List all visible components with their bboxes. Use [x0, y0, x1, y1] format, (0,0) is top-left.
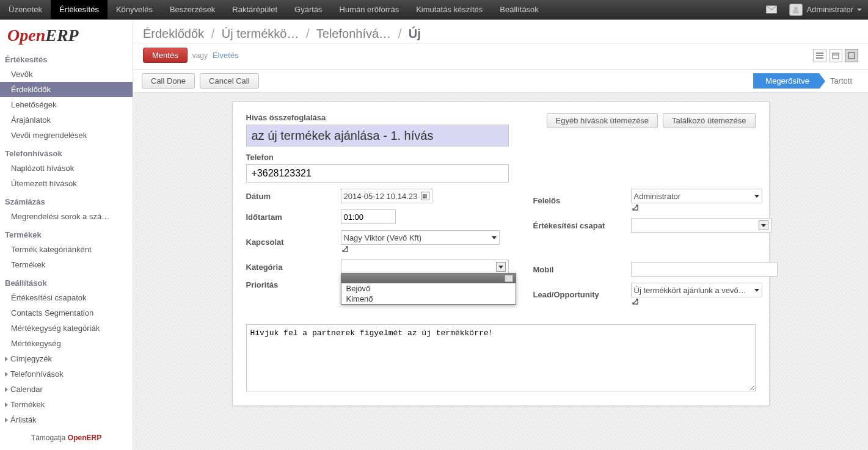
date-input[interactable]: 2014-05-12 10.14.23 ▦: [341, 189, 432, 203]
breadcrumb-bar: Érdeklődők / Új termékkö… / Telefonhívá……: [133, 20, 868, 44]
chevron-down-icon: [857, 9, 862, 11]
crumb-calls[interactable]: Telefonhívá…: [316, 27, 391, 40]
sidebar-section-sales: Értékesítés: [0, 49, 133, 67]
lead-select[interactable]: Új termékkört ajánlunk a vevőknek: [631, 283, 762, 297]
sidebar-item-opportunities[interactable]: Lehetőségek: [0, 97, 133, 112]
sidebar: OpenERP Értékesítés Vevők Érdeklődők Leh…: [0, 20, 133, 450]
sidebar-item-orders[interactable]: Vevői megrendelések: [0, 128, 133, 143]
priority-label: Prioritás: [246, 280, 341, 289]
sidebar-item-segmentation[interactable]: Contacts Segmentation: [0, 305, 133, 321]
nav-item-reporting[interactable]: Kimutatás készítés: [407, 0, 491, 19]
category-option-outgoing[interactable]: Kimenő: [341, 294, 516, 304]
calendar-icon[interactable]: ▦: [421, 192, 429, 200]
sidebar-item-customers[interactable]: Vevők: [0, 67, 133, 82]
category-option-incoming[interactable]: Bejövő: [341, 283, 516, 294]
list-view-button[interactable]: [813, 49, 826, 62]
sidebar-item-scheduled-calls[interactable]: Ütemezett hívások: [0, 176, 133, 191]
sidebar-item-uom-cat[interactable]: Mértékegység kategóriák: [0, 321, 133, 336]
crumb-leads[interactable]: Érdeklődők: [143, 27, 204, 40]
nav-item-messages[interactable]: Üzenetek: [0, 0, 51, 19]
user-name: Administrator: [806, 5, 853, 14]
category-label: Kategória: [246, 263, 341, 272]
external-link-icon[interactable]: [631, 203, 778, 212]
chevron-down-icon: [761, 224, 766, 227]
nav-item-settings[interactable]: Beállítások: [491, 0, 547, 19]
chevron-down-icon: [754, 289, 759, 292]
date-label: Dátum: [246, 192, 341, 201]
sidebar-item-address-book[interactable]: Címjegyzék: [0, 351, 133, 366]
responsible-label: Felelős: [533, 196, 631, 205]
sidebar-section-config: Beállítások: [0, 272, 133, 290]
discard-link[interactable]: Elvetés: [213, 51, 239, 60]
chevron-right-icon: [5, 402, 8, 407]
duration-label: Időtartam: [246, 212, 341, 222]
nav-item-warehouse[interactable]: Raktárépület: [224, 0, 286, 19]
sidebar-section-calls: Telefonhívások: [0, 143, 133, 161]
sidebar-item-salesteams[interactable]: Értékesítési csapatok: [0, 290, 133, 305]
sidebar-item-products[interactable]: Termékek: [0, 257, 133, 272]
schedule-meeting-button[interactable]: Találkozó ütemezése: [663, 113, 755, 128]
crumb-current: Új: [409, 27, 421, 40]
nav-item-purchasing[interactable]: Beszerzések: [161, 0, 224, 19]
summary-input[interactable]: [246, 125, 509, 147]
content-area: Érdeklődők / Új termékkö… / Telefonhívá……: [133, 20, 868, 450]
chevron-right-icon: [5, 418, 8, 423]
contact-select[interactable]: Nagy Viktor (Vevő Kft): [341, 230, 500, 245]
nav-item-manufacturing[interactable]: Gyártás: [286, 0, 331, 19]
nav-item-sales[interactable]: Értékesítés: [51, 0, 108, 19]
sidebar-section-invoicing: Számlázás: [0, 191, 133, 209]
nav-item-hr[interactable]: Humán erőforrás: [331, 0, 408, 19]
category-select[interactable]: [341, 259, 509, 274]
svg-point-1: [794, 7, 798, 10]
chevron-down-icon: [754, 195, 759, 198]
contact-label: Kapcsolat: [246, 238, 341, 247]
crumb-product[interactable]: Új termékkö…: [222, 27, 299, 40]
sidebar-item-products-by-cat[interactable]: Termék kategóriánként: [0, 242, 133, 257]
notes-textarea[interactable]: [246, 324, 756, 391]
sidebar-item-phonecalls[interactable]: Telefonhívások: [0, 366, 133, 382]
sidebar-item-leads[interactable]: Érdeklődők: [0, 82, 133, 97]
logo: OpenERP: [0, 20, 133, 49]
sidebar-section-products: Termékek: [0, 224, 133, 242]
call-done-button[interactable]: Call Done: [142, 73, 195, 89]
phone-label: Telefon: [246, 153, 756, 162]
external-link-icon[interactable]: [341, 245, 509, 253]
responsible-select[interactable]: Administrator: [631, 189, 762, 203]
sidebar-item-calendar[interactable]: Calendar: [0, 382, 133, 397]
mobile-label: Mobil: [533, 265, 631, 274]
user-menu[interactable]: Administrator: [783, 0, 868, 19]
duration-input[interactable]: [341, 209, 396, 224]
form-sheet: Egyéb hívások ütemezése Találkozó ütemez…: [232, 101, 770, 406]
sidebar-item-quotes[interactable]: Árajánlatok: [0, 112, 133, 128]
svg-rect-3: [833, 53, 839, 59]
svg-rect-4: [848, 53, 855, 59]
chevron-right-icon: [5, 372, 8, 377]
svg-rect-2: [793, 10, 799, 13]
or-text: vagy: [192, 51, 208, 60]
save-button[interactable]: Mentés: [143, 48, 188, 63]
schedule-other-calls-button[interactable]: Egyéb hívások ütemezése: [547, 113, 658, 128]
chevron-down-icon: [492, 236, 497, 239]
chevron-right-icon: [5, 357, 8, 361]
category-dropdown: Bejövő Kimenő: [341, 273, 516, 305]
sidebar-item-logged-calls[interactable]: Naplózott hívások: [0, 161, 133, 176]
sidebar-item-pricelists[interactable]: Árlisták: [0, 412, 133, 427]
external-link-icon[interactable]: [631, 297, 778, 306]
view-switcher: [813, 49, 858, 62]
calendar-view-button[interactable]: [829, 49, 842, 62]
sidebar-item-uom[interactable]: Mértékegység: [0, 336, 133, 351]
dropdown-toggle-icon[interactable]: [505, 275, 513, 282]
action-bar: Mentés vagy Elvetés: [133, 44, 868, 70]
mail-icon[interactable]: [760, 0, 783, 19]
phone-input[interactable]: [246, 164, 509, 183]
lead-label: Lead/Opportunity: [533, 290, 631, 299]
nav-item-accounting[interactable]: Könyvelés: [108, 0, 161, 19]
sidebar-item-products-exp[interactable]: Termékek: [0, 397, 133, 412]
openerp-link[interactable]: OpenERP: [68, 434, 101, 442]
team-select[interactable]: [631, 218, 771, 233]
cancel-call-button[interactable]: Cancel Call: [200, 73, 258, 89]
stage-confirmed[interactable]: Megerősítve: [753, 73, 819, 89]
sidebar-item-order-lines[interactable]: Megrendelési sorok a szá…: [0, 209, 133, 224]
form-view-button[interactable]: [845, 49, 858, 62]
mobile-input[interactable]: [631, 262, 778, 277]
